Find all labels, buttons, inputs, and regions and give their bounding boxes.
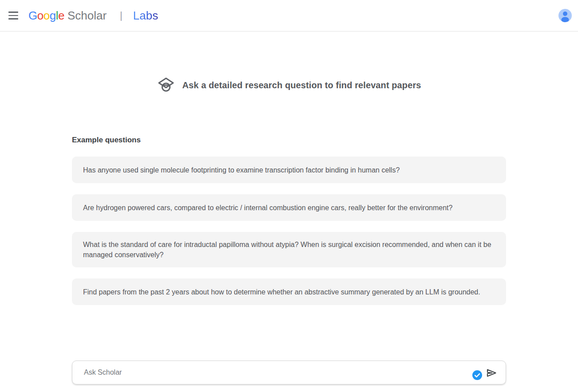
ask-scholar-composer (72, 361, 506, 384)
hero-banner: Ask a detailed research question to find… (72, 76, 506, 94)
ask-scholar-input[interactable] (72, 361, 506, 384)
hamburger-icon (8, 18, 18, 20)
logo-letter: o (37, 9, 44, 23)
logo-letter: G (28, 9, 37, 23)
example-question-card[interactable]: Are hydrogen powered cars, compared to e… (72, 194, 506, 221)
check-circle-button[interactable] (472, 370, 482, 380)
google-scholar-logo[interactable]: G o o g l e Scholar (28, 9, 107, 23)
user-avatar-icon (558, 9, 572, 22)
hamburger-icon (8, 15, 18, 16)
labs-link[interactable]: Labs (133, 9, 158, 23)
example-questions-heading: Example questions (72, 136, 506, 145)
example-question-list: Has anyone used single molecule footprin… (72, 157, 506, 305)
header-divider: | (120, 10, 123, 21)
top-bar: G o o g l e Scholar | Labs (0, 0, 578, 31)
logo-letter: g (50, 9, 56, 23)
logo-letter: o (44, 9, 50, 23)
account-avatar-button[interactable] (558, 9, 572, 22)
hamburger-icon (8, 12, 18, 13)
hamburger-menu-button[interactable] (4, 7, 22, 24)
example-question-card[interactable]: Has anyone used single molecule footprin… (72, 157, 506, 183)
graduation-cap-icon (157, 76, 175, 94)
example-question-card[interactable]: Find papers from the past 2 years about … (72, 278, 506, 305)
main-content: Ask a detailed research question to find… (72, 76, 506, 384)
send-icon (486, 367, 497, 379)
page-title: Ask a detailed research question to find… (182, 80, 421, 90)
logo-scholar-text: Scholar (67, 9, 107, 23)
check-circle-icon (472, 370, 482, 380)
example-question-card[interactable]: What is the standard of care for intradu… (72, 232, 506, 267)
send-button[interactable] (486, 367, 497, 379)
logo-letter: e (58, 9, 64, 23)
